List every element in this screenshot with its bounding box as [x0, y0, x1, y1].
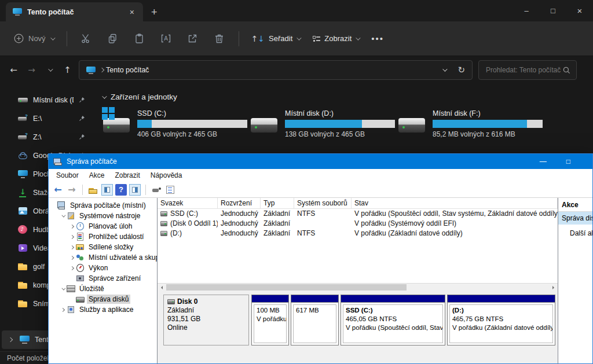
partition-cell[interactable]: 100 MBV pořádku: [251, 295, 289, 345]
rename-button[interactable]: A: [153, 28, 180, 50]
tree-expander-icon[interactable]: [69, 267, 75, 270]
help-icon[interactable]: ?: [115, 184, 127, 196]
column-header[interactable]: Svazek: [158, 198, 218, 209]
cut-button[interactable]: [73, 28, 100, 50]
tree-item[interactable]: Sdílené složky: [49, 242, 157, 252]
tree-item[interactable]: Systémové nástroje: [49, 211, 157, 221]
menu-napoveda[interactable]: Nápověda: [145, 171, 188, 179]
sidebar-item[interactable]: E:\: [2, 109, 90, 128]
mgmt-minimize-button[interactable]: —: [540, 157, 547, 166]
tree-item[interactable]: Úložiště: [49, 284, 157, 294]
disk0-header-cell[interactable]: Disk 0 Základní 931,51 GB Online: [163, 295, 249, 345]
partition-cell[interactable]: SSD (C:)465,05 GB NTFSV pořádku (Spouště…: [341, 295, 445, 345]
search-box[interactable]: [478, 60, 577, 80]
drive-tile[interactable]: Místní disk (D:)138 GB volných z 465 GB: [250, 109, 397, 138]
tree-item[interactable]: Správce zařízení: [49, 273, 157, 284]
table-row[interactable]: (D:)JednoduchýZákladníNTFSV pořádku (Zák…: [158, 229, 558, 238]
partition-cell[interactable]: (D:)465,75 GB NTFSV pořádku (Základní da…: [447, 295, 555, 345]
network-drive-icon: [18, 114, 28, 123]
copy-icon: [107, 33, 118, 44]
tree-item[interactable]: Výkon: [49, 263, 157, 273]
mgmt-title-bar[interactable]: Správa počítače — □: [49, 154, 592, 169]
partition-cell[interactable]: 617 MB: [291, 295, 339, 345]
drive-tile[interactable]: Místní disk (F:)85,2 MB volných z 616 MB: [397, 109, 545, 138]
checklist-icon[interactable]: [164, 184, 176, 196]
maximize-button[interactable]: □: [540, 0, 566, 21]
properties-icon[interactable]: [151, 184, 162, 196]
column-header[interactable]: Stav: [352, 198, 558, 209]
rename-icon: A: [160, 33, 171, 44]
more-options-button[interactable]: •••: [365, 34, 390, 43]
tab-close-icon[interactable]: ×: [126, 7, 138, 17]
tree-expander-icon[interactable]: [69, 246, 75, 249]
tree-item-label: Správa počítače (místní): [68, 201, 148, 210]
column-header[interactable]: Typ: [261, 198, 294, 209]
back-button[interactable]: ←: [5, 61, 23, 79]
up-button[interactable]: ↑: [58, 61, 76, 79]
share-button[interactable]: [180, 28, 206, 50]
close-button[interactable]: ×: [566, 0, 593, 21]
mgmt-maximize-button[interactable]: □: [566, 157, 570, 166]
sort-button[interactable]: ↑↓ Seřadit: [245, 28, 307, 50]
table-cell: V pořádku (Spouštěcí oddíl, Stav systému…: [352, 209, 558, 219]
volume-icon: [160, 221, 167, 226]
menu-akce[interactable]: Akce: [84, 171, 110, 179]
scroll-right-arrow[interactable]: [550, 284, 558, 291]
table-cell: NTFS: [294, 229, 352, 238]
section-collapse-icon[interactable]: [102, 94, 107, 98]
tree-expander-icon[interactable]: [69, 256, 75, 259]
breadcrumb-location[interactable]: Tento počítač: [106, 66, 149, 74]
search-input[interactable]: [485, 65, 563, 75]
horizontal-scrollbar[interactable]: [158, 283, 558, 291]
address-bar[interactable]: Tento počítač ↻: [79, 60, 473, 80]
new-tab-button[interactable]: +: [151, 7, 158, 17]
show-tree-icon[interactable]: [101, 184, 113, 196]
tree-expander-icon[interactable]: [60, 308, 66, 311]
scroll-left-arrow[interactable]: [158, 284, 166, 291]
expand-chevron-icon[interactable]: [6, 338, 14, 341]
forward-button[interactable]: →: [23, 61, 41, 79]
tree-item[interactable]: Místní uživatelé a skupiny: [49, 252, 157, 263]
back-icon[interactable]: ←: [52, 184, 64, 196]
export-icon[interactable]: [87, 184, 99, 196]
forward-icon[interactable]: →: [66, 184, 78, 196]
new-button[interactable]: Nový: [7, 28, 61, 50]
actions-more-item[interactable]: Další akce: [558, 225, 592, 237]
table-row[interactable]: (Disk 0 Oddíl 1)JednoduchýZákladníV pořá…: [158, 219, 558, 229]
tree-item-label: Sdílené složky: [87, 242, 135, 252]
sidebar-item[interactable]: Místní disk (D:): [2, 91, 90, 109]
column-header[interactable]: Rozvržení: [218, 198, 261, 209]
tree-expander-icon[interactable]: [69, 225, 75, 228]
tree-item[interactable]: Správa počítače (místní): [49, 200, 157, 211]
delete-button[interactable]: [206, 28, 233, 50]
tree-expander-icon[interactable]: [60, 215, 66, 218]
tree-item[interactable]: Správa disků: [49, 294, 157, 304]
tree-expander-icon[interactable]: [69, 236, 75, 238]
table-row[interactable]: SSD (C:)JednoduchýZákladníNTFSV pořádku …: [158, 209, 558, 219]
mgmt-toolbar: ←→?: [49, 182, 592, 198]
view-button[interactable]: Zobrazit: [306, 28, 365, 50]
scrollbar-thumb[interactable]: [166, 284, 407, 291]
tree-item[interactable]: Prohlížeč událostí: [49, 231, 157, 242]
recent-locations-button[interactable]: [41, 61, 58, 79]
copy-button[interactable]: [100, 28, 126, 50]
system-tools-icon: [67, 212, 75, 220]
sidebar-item[interactable]: Z:\: [2, 128, 90, 146]
paste-button[interactable]: [126, 28, 153, 50]
section-header[interactable]: Zařízení a jednotky: [102, 93, 593, 101]
address-dropdown-icon[interactable]: [443, 67, 448, 71]
tree-item-label: Úložiště: [78, 284, 106, 293]
refresh-icon[interactable]: ↻: [457, 65, 465, 75]
partition-size: 100 MB: [257, 306, 284, 315]
tree-expander-icon[interactable]: [60, 288, 66, 291]
menu-soubor[interactable]: Soubor: [51, 171, 84, 179]
tree-item[interactable]: Plánovač úloh: [49, 221, 157, 231]
tree-item[interactable]: Služby a aplikace: [49, 304, 157, 315]
menu-zobrazit[interactable]: Zobrazit: [109, 171, 145, 179]
drive-tile[interactable]: SSD (C:)406 GB volných z 465 GB: [102, 109, 250, 138]
show-action-pane-icon[interactable]: [129, 184, 141, 196]
minimize-button[interactable]: –: [513, 0, 540, 21]
column-header[interactable]: Systém souborů: [294, 198, 352, 209]
tab-tento-pocitac[interactable]: Tento počítač ×: [6, 2, 143, 21]
actions-disk-management-item[interactable]: Správa disků: [558, 212, 592, 225]
